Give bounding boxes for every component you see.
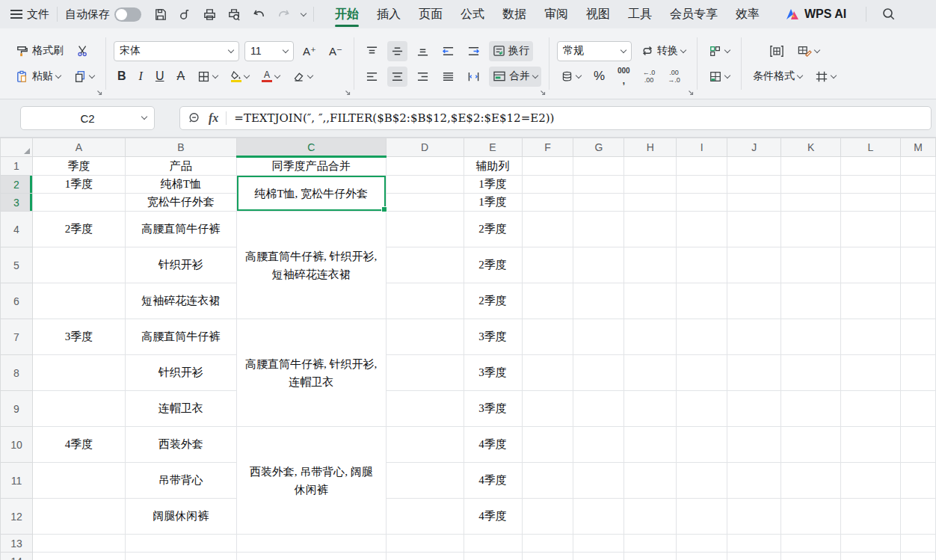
copy-button[interactable] xyxy=(70,67,98,87)
cell-E8[interactable]: 3季度 xyxy=(464,355,522,391)
borders-button[interactable] xyxy=(194,67,221,87)
cell-G5[interactable] xyxy=(573,247,624,283)
cell-B4[interactable]: 高腰直筒牛仔裤 xyxy=(125,212,236,247)
row-header-14[interactable]: 14 xyxy=(1,553,33,560)
column-header-K[interactable]: K xyxy=(781,138,841,157)
cell-F5[interactable] xyxy=(522,247,573,283)
row-header-7[interactable]: 7 xyxy=(1,319,33,355)
cell-C1[interactable]: 同季度产品合并 xyxy=(236,157,386,176)
conditional-format-button[interactable]: 条件格式 xyxy=(749,67,806,87)
cell-G13[interactable] xyxy=(573,535,624,553)
cell-H8[interactable] xyxy=(624,355,677,391)
row-header-12[interactable]: 12 xyxy=(1,499,33,535)
cell-H12[interactable] xyxy=(624,499,677,535)
cell-M12[interactable] xyxy=(900,499,935,535)
cell-B14[interactable] xyxy=(125,553,236,560)
cell-L11[interactable] xyxy=(841,463,901,499)
cell-F1[interactable] xyxy=(522,157,573,176)
undo-icon[interactable] xyxy=(252,7,266,22)
cell-M7[interactable] xyxy=(900,319,935,355)
cell-D13[interactable] xyxy=(386,535,464,553)
cell-A1[interactable]: 季度 xyxy=(32,157,125,176)
cell-B11[interactable]: 吊带背心 xyxy=(125,463,236,499)
cell-L9[interactable] xyxy=(841,391,901,427)
cell-E3[interactable]: 1季度 xyxy=(464,194,522,212)
cell-E9[interactable]: 3季度 xyxy=(464,391,522,427)
cell-E11[interactable]: 4季度 xyxy=(464,463,522,499)
cell-K8[interactable] xyxy=(781,355,841,391)
select-all-corner[interactable] xyxy=(1,138,33,157)
zoom-out-icon[interactable] xyxy=(188,111,201,125)
cell-I5[interactable] xyxy=(677,247,727,283)
decrease-font-button[interactable]: A⁻ xyxy=(325,41,346,61)
print-preview-icon[interactable] xyxy=(227,7,241,22)
cell-F7[interactable] xyxy=(522,319,573,355)
row-header-11[interactable]: 11 xyxy=(1,463,33,499)
column-header-B[interactable]: B xyxy=(125,138,236,157)
cell-A10[interactable]: 4季度 xyxy=(32,427,125,463)
cell-F12[interactable] xyxy=(522,499,573,535)
font-color-button[interactable]: A xyxy=(258,67,283,87)
quickbar-chevron-down-icon[interactable] xyxy=(301,10,307,16)
cell-B1[interactable]: 产品 xyxy=(125,157,236,176)
cell-K2[interactable] xyxy=(781,176,841,194)
align-right-button[interactable] xyxy=(413,67,433,87)
cell-I4[interactable] xyxy=(677,212,727,247)
cell-L4[interactable] xyxy=(841,212,901,247)
text-orientation-button[interactable] xyxy=(464,67,484,87)
cell-D3[interactable] xyxy=(386,194,464,212)
cell-I1[interactable] xyxy=(677,157,727,176)
italic-button[interactable]: I xyxy=(135,67,147,87)
cell-B10[interactable]: 西装外套 xyxy=(125,427,236,463)
cell-K5[interactable] xyxy=(781,247,841,283)
font-size-combo[interactable]: 11 xyxy=(244,41,294,61)
cell-G1[interactable] xyxy=(573,157,624,176)
cell-D10[interactable] xyxy=(386,427,464,463)
cell-L5[interactable] xyxy=(841,247,901,283)
autosave-toggle[interactable] xyxy=(114,7,141,22)
cell-J5[interactable] xyxy=(727,247,781,283)
cell-A8[interactable] xyxy=(32,355,125,391)
justify-button[interactable] xyxy=(438,67,458,87)
cell-J13[interactable] xyxy=(727,535,781,553)
cell-A4[interactable]: 2季度 xyxy=(32,212,125,247)
cell-D9[interactable] xyxy=(386,391,464,427)
cell-H13[interactable] xyxy=(624,535,677,553)
cell-M3[interactable] xyxy=(900,194,935,212)
row-header-3[interactable]: 3 xyxy=(1,194,33,212)
cell-C13[interactable] xyxy=(236,535,386,553)
cell-K4[interactable] xyxy=(781,212,841,247)
cell-K13[interactable] xyxy=(781,535,841,553)
cell-M10[interactable] xyxy=(900,427,935,463)
row-header-8[interactable]: 8 xyxy=(1,355,33,391)
cell-H4[interactable] xyxy=(624,212,677,247)
column-header-G[interactable]: G xyxy=(573,138,624,157)
cell-D11[interactable] xyxy=(386,463,464,499)
tab-formula[interactable]: 公式 xyxy=(453,0,492,28)
cell-G14[interactable] xyxy=(573,553,624,560)
cell-I12[interactable] xyxy=(677,499,727,535)
cell-C7-merged[interactable]: 高腰直筒牛仔裤, 针织开衫, 连帽卫衣 xyxy=(236,319,386,427)
cell-F8[interactable] xyxy=(522,355,573,391)
fill-color-button[interactable] xyxy=(227,67,253,87)
tab-page[interactable]: 页面 xyxy=(411,0,450,28)
cell-M2[interactable] xyxy=(900,176,935,194)
cell-K12[interactable] xyxy=(781,499,841,535)
row-header-13[interactable]: 13 xyxy=(1,535,33,553)
column-header-C[interactable]: C xyxy=(236,138,386,157)
cell-B2[interactable]: 纯棉T恤 xyxy=(125,176,236,194)
cell-G2[interactable] xyxy=(573,176,624,194)
cell-L6[interactable] xyxy=(841,283,901,319)
cell-B6[interactable]: 短袖碎花连衣裙 xyxy=(125,283,236,319)
cell-M4[interactable] xyxy=(900,212,935,247)
cell-K7[interactable] xyxy=(781,319,841,355)
cell-A9[interactable] xyxy=(32,391,125,427)
cell-J1[interactable] xyxy=(727,157,781,176)
cell-D8[interactable] xyxy=(386,355,464,391)
cut-button[interactable] xyxy=(73,41,93,61)
strikethrough-button[interactable]: A xyxy=(173,67,188,87)
name-box[interactable]: C2 xyxy=(20,106,155,130)
cell-J6[interactable] xyxy=(727,283,781,319)
cell-D2[interactable] xyxy=(386,176,464,194)
cell-G6[interactable] xyxy=(573,283,624,319)
